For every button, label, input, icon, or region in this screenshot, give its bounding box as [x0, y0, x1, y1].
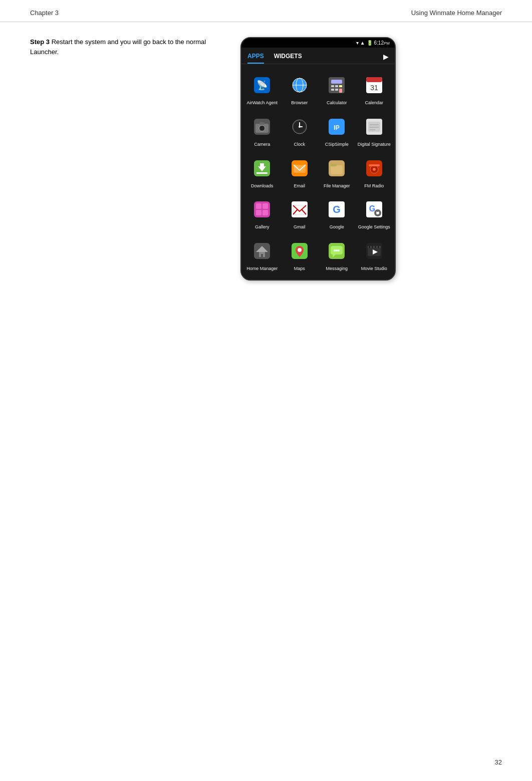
- svg-text:📡: 📡: [256, 80, 268, 91]
- chapter-label: Chapter 3: [30, 9, 59, 17]
- time-display: 6:12PM: [374, 40, 390, 46]
- app-label-clock: Clock: [294, 142, 305, 147]
- step-bold: Step 3: [30, 38, 50, 46]
- step-text: Restart the system and you will go back …: [30, 38, 206, 56]
- app-label-browser: Browser: [291, 100, 308, 106]
- app-icon-calculator: [324, 72, 350, 98]
- app-item-calendar[interactable]: 31Calendar: [356, 68, 393, 110]
- app-icon-gallery: [249, 196, 275, 222]
- app-label-digital: Digital Signature: [358, 142, 391, 147]
- svg-rect-29: [368, 122, 380, 132]
- app-icon-filemanager: [324, 155, 350, 181]
- app-icon-fmradio: [361, 155, 387, 181]
- app-label-email: Email: [294, 183, 305, 189]
- app-label-downloads: Downloads: [251, 183, 274, 189]
- app-label-maps: Maps: [294, 266, 305, 272]
- app-label-googlesettings: Google Settings: [358, 224, 390, 230]
- app-item-csip[interactable]: IPCSipSimple: [318, 110, 356, 151]
- wifi-icon: ▾: [356, 40, 359, 46]
- app-icon-csip: IP: [324, 114, 350, 140]
- app-item-google[interactable]: GGoogle: [318, 192, 356, 234]
- app-item-messaging[interactable]: Messaging: [318, 234, 356, 276]
- svg-rect-64: [261, 254, 263, 257]
- section-label: Using Winmate Home Manager: [411, 9, 502, 17]
- app-icon-browser: [287, 72, 313, 98]
- app-icon-calendar: 31: [361, 72, 387, 98]
- app-icon-moviestudio: [361, 238, 387, 264]
- svg-rect-48: [262, 203, 268, 209]
- app-icon-email: [287, 155, 313, 181]
- svg-text:G: G: [333, 204, 341, 215]
- svg-rect-77: [369, 246, 370, 248]
- svg-rect-80: [378, 246, 379, 248]
- app-item-airwatch[interactable]: 📡AirWatch Agent: [243, 68, 281, 110]
- app-label-moviestudio: Movie Studio: [361, 266, 387, 272]
- svg-rect-9: [339, 85, 342, 87]
- app-icon-gmail: [287, 196, 313, 222]
- svg-rect-35: [260, 163, 264, 167]
- app-item-filemanager[interactable]: File Manager: [318, 151, 356, 193]
- app-label-calendar: Calendar: [365, 100, 383, 106]
- app-item-email[interactable]: Email: [281, 151, 319, 193]
- svg-rect-20: [259, 122, 264, 125]
- page-header: Chapter 3 Using Winmate Home Manager: [0, 0, 532, 22]
- app-item-browser[interactable]: Browser: [281, 68, 319, 110]
- phone-mockup: ▾ ▲ 🔋 6:12PM APPS WIDGETS ▶ 📡AirWatch Ag…: [240, 37, 396, 281]
- app-icon-clock: [287, 114, 313, 140]
- svg-point-25: [299, 126, 301, 128]
- tab-apps[interactable]: APPS: [247, 51, 264, 64]
- app-grid: 📡AirWatch AgentBrowserCalculator31Calend…: [241, 64, 395, 280]
- svg-rect-10: [331, 89, 334, 91]
- app-label-calculator: Calculator: [327, 100, 347, 106]
- svg-text:IP: IP: [334, 124, 340, 131]
- app-icon-maps: [287, 238, 313, 264]
- svg-rect-78: [372, 246, 373, 248]
- app-item-clock[interactable]: Clock: [281, 110, 319, 151]
- app-item-maps[interactable]: Maps: [281, 234, 319, 276]
- app-item-downloads[interactable]: Downloads: [243, 151, 281, 193]
- app-label-home: Home Manager: [246, 266, 278, 272]
- svg-rect-12: [339, 89, 342, 93]
- svg-rect-47: [256, 203, 261, 209]
- status-icons: ▾ ▲ 🔋 6:12PM: [356, 40, 390, 46]
- svg-rect-6: [331, 80, 342, 84]
- app-icon-airwatch: 📡: [249, 72, 275, 98]
- tab-overflow-icon[interactable]: ▶: [383, 51, 389, 64]
- app-item-gallery[interactable]: Gallery: [243, 192, 281, 234]
- phone-section: ▾ ▲ 🔋 6:12PM APPS WIDGETS ▶ 📡AirWatch Ag…: [240, 37, 396, 281]
- svg-rect-79: [375, 246, 376, 248]
- svg-point-70: [334, 249, 336, 251]
- svg-rect-36: [256, 172, 268, 174]
- battery-icon: 🔋: [367, 40, 373, 46]
- svg-rect-40: [331, 165, 343, 174]
- app-label-google: Google: [330, 224, 344, 230]
- svg-text:G: G: [369, 204, 375, 213]
- svg-rect-8: [335, 85, 338, 87]
- app-item-camera[interactable]: Camera: [243, 110, 281, 151]
- step-paragraph: Step 3 Restart the system and you will g…: [30, 37, 220, 57]
- app-tabs: APPS WIDGETS ▶: [241, 48, 395, 64]
- app-icon-googlesettings: G: [361, 196, 387, 222]
- svg-rect-11: [335, 89, 338, 91]
- text-section: Step 3 Restart the system and you will g…: [30, 37, 220, 281]
- app-icon-digital: [361, 114, 387, 140]
- app-label-fmradio: FM Radio: [364, 183, 384, 189]
- app-item-home[interactable]: Home Manager: [243, 234, 281, 276]
- app-item-calculator[interactable]: Calculator: [318, 68, 356, 110]
- app-label-camera: Camera: [254, 142, 270, 147]
- app-item-googlesettings[interactable]: GGoogle Settings: [356, 192, 393, 234]
- svg-rect-7: [331, 85, 334, 87]
- svg-rect-41: [331, 164, 337, 166]
- app-label-airwatch: AirWatch Agent: [246, 100, 278, 106]
- tab-widgets[interactable]: WIDGETS: [274, 51, 302, 64]
- app-item-fmradio[interactable]: FM Radio: [356, 151, 393, 193]
- app-item-gmail[interactable]: Gmail: [281, 192, 319, 234]
- svg-rect-50: [262, 210, 268, 215]
- app-item-digital[interactable]: Digital Signature: [356, 110, 393, 151]
- page-footer: 32: [495, 758, 502, 766]
- status-bar: ▾ ▲ 🔋 6:12PM: [241, 38, 395, 48]
- svg-point-44: [373, 168, 376, 171]
- app-item-moviestudio[interactable]: Movie Studio: [356, 234, 393, 276]
- svg-rect-45: [369, 164, 380, 166]
- main-content: Step 3 Restart the system and you will g…: [0, 22, 532, 281]
